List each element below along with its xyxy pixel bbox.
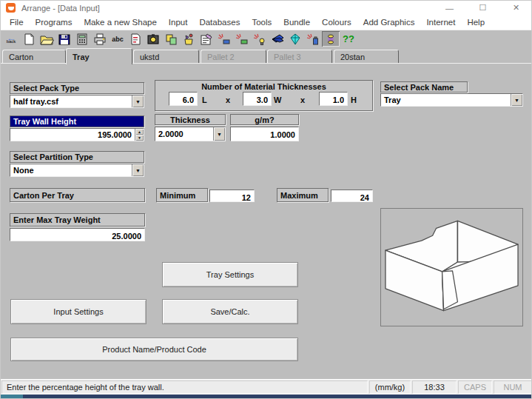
- tab-ukstd[interactable]: ukstd: [133, 50, 199, 63]
- minimize-button[interactable]: —: [433, 1, 466, 15]
- material-thicknesses-title: Number of Material Thicknesses: [155, 82, 372, 91]
- material-h-suffix: H: [351, 95, 357, 104]
- spin-down-icon[interactable]: ▼: [135, 135, 144, 141]
- gsm-field[interactable]: [230, 127, 299, 141]
- tray-wall-height-input[interactable]: [10, 129, 135, 141]
- material-times-1: x: [226, 95, 230, 104]
- status-message: Enter the percentage height of the tray …: [1, 380, 368, 394]
- toolbar: ← back abc: [1, 30, 532, 47]
- help-icon[interactable]: ??: [340, 31, 357, 47]
- menu-programs[interactable]: Programs: [30, 18, 78, 27]
- max-tray-weight-field[interactable]: [10, 228, 145, 241]
- tab-20stan[interactable]: 20stan: [334, 50, 399, 63]
- cylinder-icon[interactable]: [322, 31, 340, 47]
- gsm-input[interactable]: [231, 128, 298, 141]
- menu-add-graphics[interactable]: Add Graphics: [357, 18, 421, 27]
- material-thicknesses-panel: Number of Material Thicknesses L x W x H: [155, 80, 373, 111]
- app-icon: [6, 3, 16, 13]
- maximize-button[interactable]: ☐: [466, 1, 499, 15]
- maximum-input[interactable]: [331, 192, 372, 204]
- tray-wall-height-field[interactable]: ▲ ▼: [10, 128, 144, 141]
- material-h-input[interactable]: [320, 94, 347, 107]
- spray-bottle-icon[interactable]: [304, 31, 322, 47]
- camera-icon[interactable]: [144, 31, 162, 47]
- report-icon[interactable]: [127, 31, 144, 47]
- status-bar: Enter the percentage height of the tray …: [1, 379, 532, 395]
- menu-internet[interactable]: Internet: [420, 18, 461, 27]
- maximum-field[interactable]: [331, 190, 373, 202]
- minimum-input[interactable]: [210, 192, 254, 204]
- pack-name-select[interactable]: Tray ▼: [380, 93, 523, 107]
- menu-databases[interactable]: Databases: [193, 18, 246, 27]
- tray-settings-button[interactable]: Tray Settings: [162, 262, 298, 287]
- gsm-label: g/m?: [230, 114, 299, 125]
- spray-blue-icon[interactable]: [215, 31, 233, 47]
- material-l-suffix: L: [202, 95, 207, 104]
- spellcheck-abc-icon[interactable]: abc: [109, 31, 127, 47]
- tray-wall-height-spinner[interactable]: ▲ ▼: [135, 129, 144, 141]
- pack-name-label: Select Pack Name: [380, 81, 468, 93]
- back-icon[interactable]: ← back: [2, 31, 20, 47]
- menu-bundle[interactable]: Bundle: [277, 18, 316, 27]
- title-bar: Arrange - [Data Input] — ☐ ✕: [1, 1, 532, 15]
- chevron-down-icon[interactable]: ▼: [132, 164, 144, 176]
- calculator-icon[interactable]: [73, 31, 91, 47]
- material-l-field[interactable]: [169, 92, 198, 106]
- tab-pallet-3[interactable]: Pallet 3: [267, 50, 332, 63]
- status-units: (mm/kg): [369, 380, 411, 394]
- material-l-input[interactable]: [169, 94, 197, 107]
- tab-pallet-2[interactable]: Pallet 2: [201, 50, 266, 63]
- pack-type-label: Select Pack Type: [10, 82, 144, 94]
- minimum-field[interactable]: [209, 190, 255, 202]
- max-tray-weight-input[interactable]: [10, 230, 144, 242]
- menu-tools[interactable]: Tools: [246, 18, 277, 27]
- tab-tray[interactable]: Tray: [66, 48, 132, 64]
- app-window: Arrange - [Data Input] — ☐ ✕ File Progra…: [0, 0, 532, 399]
- thickness-label: Thickness: [155, 114, 226, 125]
- maximum-label: Maximum: [277, 188, 329, 202]
- thickness-select[interactable]: 2.0000 ▼: [155, 127, 226, 141]
- material-h-field[interactable]: [319, 92, 348, 106]
- spin-up-icon[interactable]: ▲: [135, 129, 144, 135]
- menu-make-a-new-shape[interactable]: Make a new Shape: [78, 18, 162, 27]
- close-button[interactable]: ✕: [499, 1, 532, 15]
- menu-colours[interactable]: Colours: [316, 18, 357, 27]
- chevron-down-icon[interactable]: ▼: [213, 127, 225, 141]
- print-icon[interactable]: [91, 31, 109, 47]
- tab-carton[interactable]: Carton: [2, 50, 66, 63]
- pack-type-select[interactable]: half tray.csf ▼: [10, 95, 144, 108]
- chevron-down-icon[interactable]: ▼: [511, 94, 522, 106]
- tray-3d-drawing: [381, 209, 522, 326]
- product-name-code-button[interactable]: Product Name/Product Code: [10, 338, 298, 361]
- menu-help[interactable]: Help: [461, 18, 491, 27]
- max-tray-weight-label: Enter Max Tray Weight: [10, 213, 145, 227]
- minimum-label: Minimum: [156, 188, 208, 202]
- menu-bar: File Programs Make a new Shape Input Dat…: [1, 15, 532, 30]
- partition-type-select[interactable]: None ▼: [10, 164, 144, 177]
- menu-input[interactable]: Input: [163, 18, 194, 27]
- save-calc-button[interactable]: Save/Calc.: [162, 299, 298, 324]
- material-w-field[interactable]: [243, 92, 272, 106]
- paint-bucket-icon[interactable]: [180, 31, 198, 47]
- chevron-down-icon[interactable]: ▼: [132, 95, 144, 107]
- open-folder-icon[interactable]: [38, 31, 55, 47]
- material-w-input[interactable]: [243, 94, 271, 107]
- status-caps: CAPS: [458, 380, 492, 394]
- properties-icon[interactable]: [198, 31, 215, 47]
- window-title: Arrange - [Data Input]: [21, 4, 100, 13]
- tray-wall-height-label: Tray Wall Height: [10, 115, 144, 127]
- carton-per-tray-label: Carton Per Tray: [10, 188, 145, 202]
- spray-lamp-icon[interactable]: [251, 31, 269, 47]
- partition-type-label: Select Partition Type: [10, 151, 144, 163]
- spray-green-icon[interactable]: [233, 31, 251, 47]
- menu-file[interactable]: File: [4, 18, 30, 27]
- material-w-suffix: W: [274, 95, 281, 104]
- input-settings-button[interactable]: Input Settings: [10, 299, 147, 324]
- save-icon[interactable]: [55, 31, 73, 47]
- status-time: 18:33: [412, 380, 457, 394]
- new-document-icon[interactable]: [20, 31, 38, 47]
- shapes-icon[interactable]: [162, 31, 180, 47]
- status-num: NUM: [494, 380, 532, 394]
- gem-icon[interactable]: [286, 31, 304, 47]
- solid-box-icon[interactable]: [269, 31, 286, 47]
